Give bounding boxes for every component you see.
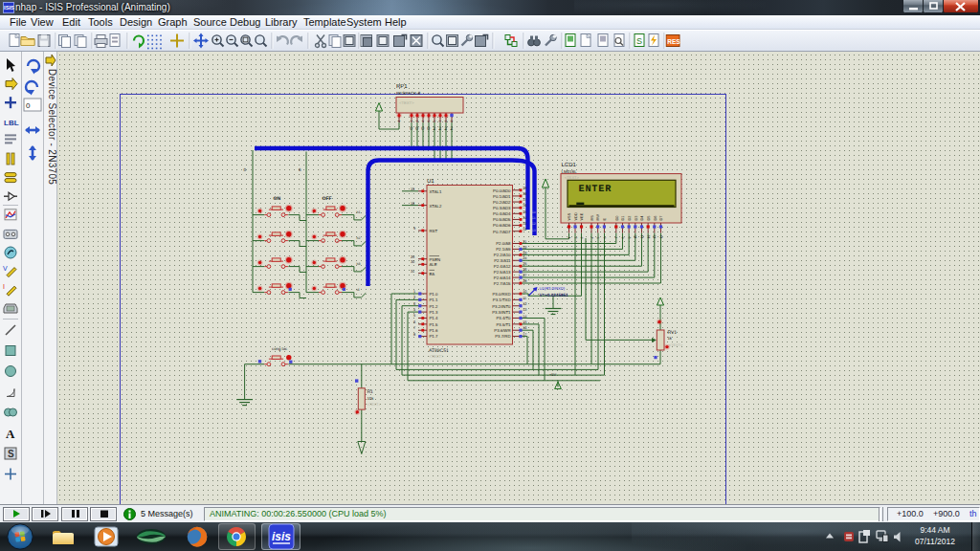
svg-text:D6: D6: [653, 216, 657, 221]
svg-text:<TEXT>: <TEXT>: [669, 343, 683, 347]
svg-text:3: 3: [415, 121, 419, 122]
svg-text:VDD: VDD: [573, 212, 578, 220]
svg-text:h3: h3: [357, 262, 361, 266]
svg-text:D5: D5: [646, 216, 651, 221]
svg-text:18: 18: [411, 202, 414, 206]
svg-text:0: 0: [415, 126, 418, 132]
svg-text:32: 32: [523, 228, 526, 231]
svg-text:24: 24: [523, 256, 526, 260]
svg-text:2: 2: [444, 126, 447, 132]
svg-text:14: 14: [659, 235, 663, 239]
svg-text:P1.7: P1.7: [430, 334, 438, 339]
svg-text:RES: RES: [667, 38, 680, 45]
svg-text:33: 33: [523, 222, 526, 226]
svg-text:25: 25: [523, 262, 526, 266]
svg-text:11: 11: [523, 297, 526, 300]
svg-text:D1: D1: [620, 216, 625, 221]
svg-text:2: 2: [450, 126, 453, 132]
svg-text:P2.2/A10: P2.2/A10: [494, 253, 511, 257]
svg-text:34: 34: [523, 216, 526, 220]
svg-text:17: 17: [523, 333, 526, 337]
svg-text:0: 0: [421, 126, 424, 132]
svg-text:P2.6/A14: P2.6/A14: [494, 276, 511, 280]
svg-text:5: 5: [413, 314, 415, 318]
svg-text:2: 2: [438, 126, 441, 132]
svg-text:0: 0: [427, 126, 430, 132]
svg-text:<TEXT>: <TEXT>: [565, 175, 580, 180]
svg-text:4: 4: [413, 308, 415, 312]
svg-text:4: 4: [590, 237, 594, 239]
svg-text:P3.2/INT0: P3.2/INT0: [492, 304, 511, 309]
svg-text:7: 7: [413, 326, 415, 330]
svg-text:27: 27: [523, 274, 526, 277]
svg-text:RW: RW: [595, 214, 600, 221]
svg-text:9: 9: [450, 121, 454, 122]
svg-text:h2: h2: [357, 236, 361, 240]
svg-text:5: 5: [596, 237, 600, 239]
svg-text:isis: isis: [272, 530, 291, 543]
svg-text:P1.3: P1.3: [430, 310, 438, 315]
svg-text:D3: D3: [634, 216, 638, 221]
svg-text:P0.2/AD2: P0.2/AD2: [493, 200, 511, 205]
svg-text:P1.2: P1.2: [430, 304, 438, 309]
svg-text:P2.5/A13: P2.5/A13: [494, 270, 511, 275]
svg-text:2: 2: [574, 237, 578, 239]
svg-text:P1.1: P1.1: [430, 298, 438, 302]
svg-text:D7: D7: [658, 216, 663, 221]
svg-text:<TEXT>: <TEXT>: [429, 354, 444, 359]
svg-text:2: 2: [433, 126, 435, 132]
svg-text:11: 11: [640, 235, 644, 239]
svg-text:P3.7/RD: P3.7/RD: [495, 334, 510, 339]
svg-text:ENTER: ENTER: [579, 185, 612, 195]
svg-text:RS: RS: [590, 215, 594, 221]
svg-text:cong tac: cong tac: [272, 346, 288, 351]
svg-text:P1.6: P1.6: [430, 328, 438, 333]
svg-text:LCD1: LCD1: [562, 162, 577, 168]
svg-text:S: S: [8, 449, 14, 459]
svg-text:E: E: [602, 218, 607, 221]
svg-text:S: S: [636, 36, 642, 46]
svg-text:8: 8: [413, 333, 415, 337]
svg-text:13: 13: [653, 235, 657, 239]
svg-text:28: 28: [523, 279, 526, 283]
svg-text:C3: C3: [531, 229, 535, 232]
svg-text:3: 3: [580, 237, 584, 239]
svg-text:RV1: RV1: [668, 330, 678, 336]
svg-text:1: 1: [568, 237, 571, 239]
svg-text:7: 7: [438, 121, 442, 122]
svg-text:XTAL1: XTAL1: [430, 189, 442, 194]
svg-text:PSEN: PSEN: [430, 257, 441, 262]
svg-text:ON: ON: [274, 196, 281, 202]
svg-text:14: 14: [523, 315, 526, 319]
svg-text:U1(P3.0/RXD): U1(P3.0/RXD): [540, 286, 566, 291]
svg-text:3: 3: [413, 302, 415, 306]
svg-text:12: 12: [647, 235, 651, 239]
svg-text:C2: C2: [531, 222, 535, 226]
svg-text:A: A: [6, 427, 15, 441]
svg-text:<TEXT>: <TEXT>: [368, 403, 382, 407]
svg-text:19: 19: [411, 187, 414, 191]
svg-text:12: 12: [523, 302, 526, 306]
svg-text:P3.5/T1: P3.5/T1: [496, 322, 511, 327]
svg-text:15: 15: [523, 320, 526, 324]
svg-text:P1.4: P1.4: [430, 316, 438, 320]
svg-text:P3.1/TXD: P3.1/TXD: [493, 298, 511, 302]
svg-text:10: 10: [523, 290, 526, 294]
svg-text:D0: D0: [614, 215, 619, 221]
svg-text:36: 36: [523, 204, 526, 208]
svg-text:P0.0/AD0: P0.0/AD0: [493, 188, 511, 193]
svg-text:P2.4/A12: P2.4/A12: [494, 264, 511, 269]
svg-text:6: 6: [413, 320, 415, 324]
svg-text:P3.4/T0: P3.4/T0: [496, 316, 511, 320]
svg-text:9: 9: [413, 227, 415, 231]
svg-text:LBL: LBL: [4, 119, 19, 127]
svg-text:30: 30: [411, 260, 414, 264]
svg-text:R1: R1: [368, 389, 374, 395]
svg-text:XTAL2: XTAL2: [430, 204, 442, 209]
svg-text:C0: C0: [531, 210, 535, 214]
svg-text:37: 37: [523, 198, 526, 202]
svg-text:1: 1: [397, 121, 401, 122]
svg-text:P0.5/AD5: P0.5/AD5: [493, 217, 511, 222]
svg-text:7: 7: [614, 237, 618, 239]
svg-text:22: 22: [523, 246, 526, 250]
